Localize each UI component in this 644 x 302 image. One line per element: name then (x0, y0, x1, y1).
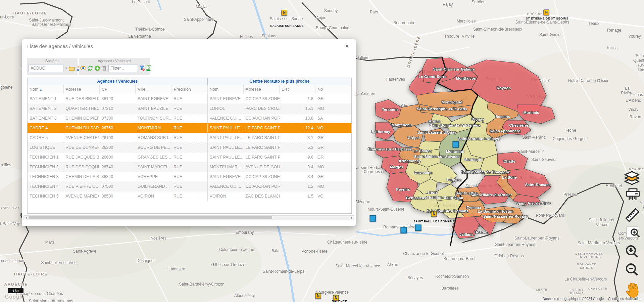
filter-remove-icon[interactable] (139, 65, 145, 71)
layers-button[interactable] (624, 171, 640, 186)
agency-table: Agences / Véhicules Centre Norauto le pl… (27, 78, 352, 214)
add-icon[interactable] (94, 65, 100, 71)
map-attribution: Données cartographiques ©2024 Google Con… (539, 297, 641, 301)
table-row[interactable]: TECHNICIEN 1RUE JACQUES BREL26600GRANGES… (28, 153, 351, 162)
table-cell: BATIEMENT 2 (28, 104, 63, 114)
table-cell: CC CAP 38 ZONE D ACTIVITES DES ISLE... (243, 172, 279, 182)
table-row[interactable]: CADRE 5AVENUE CHATEAU FLEURY26100ROMANS … (28, 133, 351, 143)
scrollbar-thumb[interactable] (29, 216, 272, 219)
chevron-down-icon[interactable]: ▼ (64, 67, 68, 70)
table-cell: VOIRON (136, 191, 171, 201)
norauto-marker[interactable]: N (544, 10, 549, 15)
norauto-marker[interactable]: N (282, 10, 287, 16)
scale-indicator: 5 km (8, 288, 23, 293)
table-cell: ROMANS SUR I... (136, 133, 171, 143)
table-cell: 1.5 (280, 191, 315, 201)
table-cell: VOREPPE (136, 172, 171, 182)
table-cell: AVENUE MARIE CURIE (63, 191, 99, 201)
table-column-header[interactable]: Nom ▲AdresseCPVillePrécisionNomAdresseDi… (28, 85, 351, 94)
table-row[interactable]: CADRE 4CHEMIN DU SAPIN BLEU26750MONTMIRA… (28, 123, 351, 133)
zoom-in-button[interactable] (625, 245, 639, 259)
table-cell: LORIOL (207, 104, 243, 114)
table-cell: RUE DES COQUELICOTS (63, 162, 99, 172)
table-cell: QUARTIER THEOULE (63, 104, 99, 114)
agency-marker[interactable] (415, 225, 422, 231)
table-cell: MO (315, 104, 351, 114)
norauto-marker[interactable]: N (333, 295, 339, 301)
table-cell: BOURG DE PE... (136, 143, 171, 153)
table-cell: 38500 (99, 191, 135, 201)
agency-marker[interactable] (453, 141, 459, 148)
folder-icon[interactable] (69, 65, 75, 71)
table-cell: GR (315, 94, 351, 104)
zoom-out-button[interactable] (625, 263, 639, 277)
table-cell: 07300 (99, 114, 135, 123)
table-cell: RUE DES BRIEUX (63, 94, 99, 104)
excel-export-icon[interactable]: X XLS (146, 65, 152, 71)
table-cell: LE PARC SAINT PAUL AVENUE DES PINS... (243, 123, 279, 133)
table-cell: MO (315, 182, 351, 191)
table-cell: SAINT PAUL LE... (207, 123, 243, 133)
dialog-title: Liste des agences / véhicules (27, 43, 93, 49)
table-cell: RUE (171, 114, 207, 123)
terms-link[interactable]: Conditions d'utilisation (608, 297, 641, 301)
table-cell: 26750 (99, 123, 135, 133)
scroll-left-icon[interactable]: ◄ (24, 216, 28, 219)
table-cell: TECHNICIEN 4 (28, 182, 63, 191)
table-row[interactable]: TECHNICIEN 3CHEMIN DE LA BASCULE38340VOR… (28, 172, 351, 182)
table-cell: VALENCE GUI... (207, 182, 243, 191)
column-header-0[interactable]: Nom ▲ (28, 85, 63, 94)
agences-label: Agences / Véhicules (79, 59, 150, 63)
filter-input[interactable] (108, 64, 138, 72)
table-cell: SA (315, 114, 351, 123)
table-cell: TECHNICIEN 5 (28, 191, 63, 201)
horizontal-scrollbar[interactable]: ◄ ► (23, 215, 354, 220)
table-cell: GR (315, 172, 351, 182)
table-row[interactable]: BATIEMENT 3CHEMIN DE PIERRE07300TOURNON … (28, 114, 351, 123)
table-row[interactable]: TECHNICIEN 4RUE PIERRE CURIE07500GUILHER… (28, 182, 351, 191)
norauto-marker[interactable]: N (431, 211, 437, 217)
column-header-1[interactable]: Adresse (63, 85, 99, 94)
column-header-2[interactable]: CP (99, 85, 135, 94)
table-cell: AVENUE CHATEAU FLEURY (63, 133, 99, 143)
print-button[interactable] (626, 188, 640, 203)
column-header-6[interactable]: Adresse (243, 85, 279, 94)
norauto-marker[interactable]: N (315, 293, 321, 299)
societes-group: Sociétés ▼ (27, 58, 78, 75)
table-row[interactable]: BATIEMENT 1RUE DES BRIEUX38120SAINT EGRE… (28, 94, 351, 104)
table-cell: LOGISTIQUE (28, 143, 63, 153)
column-header-5[interactable]: Nom (207, 85, 243, 94)
table-cell: 38340 (99, 172, 135, 182)
agency-marker[interactable] (401, 227, 407, 233)
refresh-icon[interactable] (87, 65, 93, 71)
table-cell: VALENCE GUI... (207, 114, 243, 123)
table-cell: SAINT BAUZILE (136, 104, 171, 114)
column-header-8[interactable]: No (315, 85, 351, 94)
column-header-7[interactable]: Dist (280, 85, 315, 94)
table-cell: 26740 (99, 162, 135, 172)
measure-button[interactable] (625, 207, 640, 223)
agency-marker[interactable] (370, 215, 376, 222)
scroll-right-icon[interactable]: ► (350, 216, 354, 219)
zoom-window-button[interactable] (626, 226, 640, 240)
close-icon[interactable]: × (343, 42, 351, 50)
table-cell: 15.1 (280, 104, 315, 114)
pan-hand-button[interactable] (624, 282, 641, 298)
column-header-3[interactable]: Ville (136, 85, 171, 94)
table-row[interactable]: LOGISTIQUERUE DE DUNKERQUE PROLONGEE2630… (28, 143, 351, 153)
table-cell: 07500 (99, 182, 135, 191)
table-row[interactable]: BATIEMENT 2QUARTIER THEOULE07210SAINT BA… (28, 104, 351, 114)
group-header-norauto: Centre Norauto le plus proche (207, 78, 351, 85)
societe-input[interactable] (29, 64, 63, 72)
table-row[interactable]: TECHNICIEN 2RUE DES COQUELICOTS26740SAIN… (28, 162, 351, 172)
screen: { "dialog": { "title": "Liste des agence… (0, 0, 644, 302)
table-cell: CC AUCHAN PORTE DE L ARDECHE A... (243, 182, 279, 191)
table-cell: TOURNON SUR... (136, 114, 171, 123)
table-cell: 3.4 (280, 172, 315, 182)
visibility-icon[interactable] (80, 65, 86, 71)
table-cell: CADRE 5 (28, 133, 63, 143)
column-header-4[interactable]: Précision (171, 85, 207, 94)
trash-icon[interactable] (101, 65, 107, 71)
table-row[interactable]: TECHNICIEN 5AVENUE MARIE CURIE38500VOIRO… (28, 191, 351, 201)
table-cell: CC CAP 38 ZONE D ACTIVITES DES ISLE... (243, 94, 279, 104)
